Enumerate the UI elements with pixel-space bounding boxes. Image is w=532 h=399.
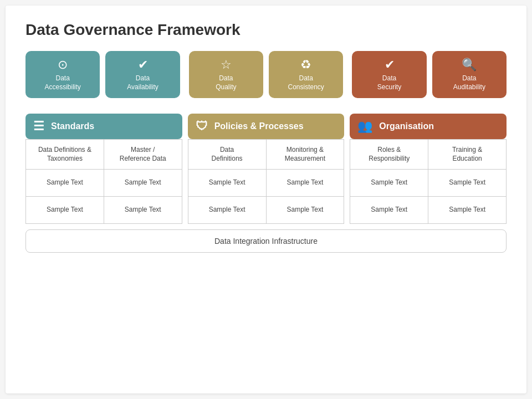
- icon-card-1-1: ♻DataConsistency: [269, 51, 343, 98]
- table-row: Roles &ResponsibilityTraining &Education: [350, 139, 506, 168]
- grid-section-1: DataDefinitionsMonitoring &MeasurementSa…: [188, 139, 345, 223]
- category-icon: 🛡: [196, 119, 208, 134]
- grid-cell: Sample Text: [26, 197, 104, 223]
- category-icon: ☰: [33, 119, 44, 134]
- category-label: Policies & Processes: [214, 121, 304, 131]
- table-row: Sample TextSample Text: [188, 196, 344, 223]
- grid-cell: Master /Reference Data: [104, 140, 182, 168]
- grid-cell: Sample Text: [188, 170, 266, 196]
- category-header-2: 👥Organisation: [350, 114, 507, 139]
- grid-cell: Sample Text: [188, 197, 266, 223]
- grid-cell: Sample Text: [428, 170, 506, 196]
- icon-card-1-0: ☆DataQuality: [189, 51, 263, 98]
- category-label: Organisation: [379, 121, 434, 131]
- icon-card-0-1: ✔DataAvailability: [105, 51, 180, 98]
- card-label: DataConsistency: [288, 74, 324, 91]
- category-header-0: ☰Standards: [25, 114, 182, 139]
- card-icon: ⊙: [58, 59, 68, 71]
- icon-card-2-1: 🔍DataAuditability: [432, 51, 507, 98]
- icon-group-2: ✔DataSecurity🔍DataAuditability: [352, 51, 507, 98]
- card-label: DataAvailability: [127, 74, 158, 91]
- card-icon: ✔: [385, 59, 395, 71]
- card-icon: ♻: [300, 59, 311, 71]
- category-row: ☰Standards🛡Policies & Processes👥Organisa…: [25, 114, 507, 139]
- card-icon: ☆: [221, 59, 232, 71]
- icon-cards-row: ⊙DataAccessibility✔DataAvailability☆Data…: [25, 51, 507, 98]
- grid-cell: Sample Text: [104, 170, 182, 196]
- grid-cell: DataDefinitions: [188, 140, 266, 168]
- table-row: Sample TextSample Text: [350, 196, 506, 223]
- table-row: Data Definitions &TaxonomiesMaster /Refe…: [26, 139, 182, 168]
- grid-cell: Sample Text: [104, 197, 182, 223]
- grid-cell: Monitoring &Measurement: [266, 140, 344, 168]
- category-header-1: 🛡Policies & Processes: [188, 114, 345, 139]
- table-row: Sample TextSample Text: [26, 196, 182, 223]
- category-label: Standards: [51, 121, 94, 131]
- icon-group-0: ⊙DataAccessibility✔DataAvailability: [25, 51, 180, 98]
- table-row: Sample TextSample Text: [188, 169, 344, 196]
- card-icon: 🔍: [462, 59, 477, 71]
- page-title: Data Governance Framework: [25, 21, 507, 39]
- grid-cell: Roles &Responsibility: [350, 140, 428, 168]
- grid-cell: Data Definitions &Taxonomies: [26, 140, 104, 168]
- category-icon: 👥: [357, 119, 372, 134]
- table-row: Sample TextSample Text: [350, 169, 506, 196]
- grid-cell: Training &Education: [428, 140, 506, 168]
- card-icon: ✔: [138, 59, 148, 71]
- card-label: DataQuality: [216, 74, 236, 91]
- table-row: Sample TextSample Text: [26, 169, 182, 196]
- grid-cell: Sample Text: [350, 170, 428, 196]
- grid-cell: Sample Text: [428, 197, 506, 223]
- grid-cell: Sample Text: [26, 170, 104, 196]
- icon-group-1: ☆DataQuality♻DataConsistency: [189, 51, 344, 98]
- icon-card-0-0: ⊙DataAccessibility: [25, 51, 100, 98]
- icon-card-2-0: ✔DataSecurity: [352, 51, 426, 98]
- grid-cell: Sample Text: [266, 197, 344, 223]
- grid-section-0: Data Definitions &TaxonomiesMaster /Refe…: [25, 139, 182, 223]
- card-label: DataAccessibility: [44, 74, 80, 91]
- bottom-bar: Data Integration Infrastructure: [25, 229, 507, 253]
- grid-cell: Sample Text: [266, 170, 344, 196]
- table-row: DataDefinitionsMonitoring &Measurement: [188, 139, 344, 168]
- slide: Data Governance Framework ⊙DataAccessibi…: [6, 6, 526, 393]
- grid-section-2: Roles &ResponsibilityTraining &Education…: [350, 139, 507, 223]
- grid-cell: Sample Text: [350, 197, 428, 223]
- grids-row: Data Definitions &TaxonomiesMaster /Refe…: [25, 139, 507, 223]
- card-label: DataSecurity: [377, 74, 401, 91]
- card-label: DataAuditability: [453, 74, 485, 91]
